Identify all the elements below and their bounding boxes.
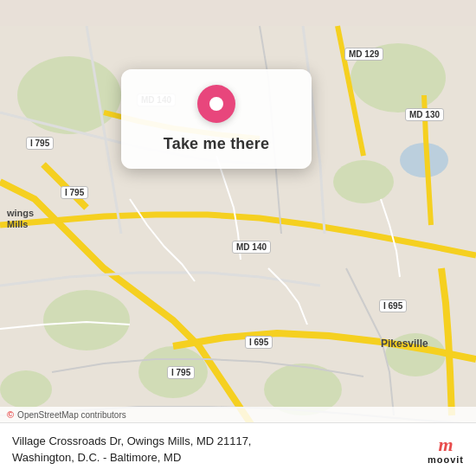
moovit-m-icon: m <box>438 435 453 454</box>
address-line2: Washington, D.C. - Baltimore, MD <box>12 451 181 464</box>
road-label-md129: MD 129 <box>344 48 383 61</box>
osm-logo: © <box>7 409 14 420</box>
pikesville-label: Pikesville <box>381 338 428 350</box>
svg-point-3 <box>333 160 394 203</box>
address-text: Village Crossroads Dr, Owings Mills, MD … <box>12 434 419 465</box>
svg-point-4 <box>43 290 130 351</box>
road-label-i795-top: I 795 <box>26 137 54 150</box>
svg-point-8 <box>0 370 52 408</box>
info-bar: Village Crossroads Dr, Owings Mills, MD … <box>0 422 476 476</box>
road-label-i695-mid: I 695 <box>245 336 273 349</box>
attribution-text: OpenStreetMap contributors <box>17 410 126 420</box>
road-label-md140-mid: MD 140 <box>232 241 271 254</box>
road-label-md130: MD 130 <box>405 108 444 121</box>
moovit-wordmark: moovit <box>428 454 464 465</box>
svg-point-1 <box>17 56 121 134</box>
owings-mills-label: wingsMills <box>7 208 34 230</box>
moovit-logo: m moovit <box>428 435 464 465</box>
address-line1: Village Crossroads Dr, Owings Mills, MD … <box>12 434 251 447</box>
map-popup: Take me there <box>121 69 312 169</box>
road-label-i795-bot: I 795 <box>167 366 195 379</box>
map-container: I 795 MD 140 I 795 MD 129 MD 130 MD 140 … <box>0 0 476 476</box>
location-pin-icon <box>197 85 235 123</box>
attribution-bar: © OpenStreetMap contributors <box>0 407 476 422</box>
road-label-i795-mid: I 795 <box>61 186 88 199</box>
take-me-there-button[interactable]: Take me there <box>157 132 276 157</box>
road-label-i695-right: I 695 <box>379 299 407 312</box>
